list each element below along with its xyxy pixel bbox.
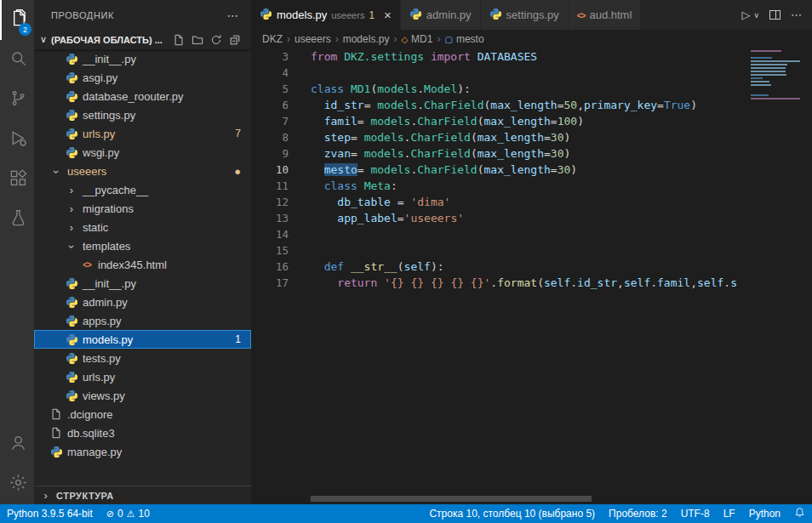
horizontal-scrollbar[interactable] — [311, 496, 592, 502]
outline-label: СТРУКТУРА — [56, 491, 114, 501]
html-file-icon: <> — [80, 260, 94, 270]
tab-models.py[interactable]: models.pyuseeers1× — [251, 0, 401, 30]
new-file-icon[interactable] — [173, 34, 185, 46]
sidebar-title: ПРОВОДНИК — [51, 10, 114, 20]
tree-item-admin.py[interactable]: admin.py — [34, 293, 251, 311]
tree-item-asgi.py[interactable]: asgi.py — [34, 68, 251, 87]
tree-item-useeers[interactable]: ›useeers● — [34, 162, 251, 180]
tree-item-index345.html[interactable]: <>index345.html — [34, 255, 251, 274]
code-line-17[interactable]: 17 return '{} {} {} {} {}'.format(self.i… — [251, 275, 747, 291]
code-line-5[interactable]: 5class MD1(models.Model): — [251, 81, 747, 97]
tree-item-.dcignore[interactable]: .dcignore — [34, 405, 251, 424]
breadcrumb-item-models.py[interactable]: models.py — [343, 33, 390, 45]
code-line-9[interactable]: 9 zvan= models.CharField(max_length=30) — [251, 145, 747, 162]
code-line-10[interactable]: 10 mesto= models.CharField(max_length=30… — [251, 162, 747, 178]
tree-item-manage.py[interactable]: manage.py — [34, 442, 251, 461]
code-line-6[interactable]: 6 id_str= models.CharField(max_length=50… — [251, 97, 747, 113]
tree-item-db.sqlite3[interactable]: db.sqlite3 — [34, 424, 251, 442]
tree-item-templates[interactable]: ›templates — [34, 236, 251, 255]
breadcrumb-item-mesto[interactable]: ▢mesto — [444, 33, 483, 45]
status-python-interpreter[interactable]: Python 3.9.5 64-bit — [0, 504, 100, 523]
code-line-15[interactable]: 15 — [251, 242, 747, 259]
tree-item-label: settings.py — [83, 109, 135, 122]
workspace-section-header[interactable]: ∨ (РАБОЧАЯ ОБЛАСТЬ) ... — [34, 30, 251, 49]
editor-group: models.pyuseeers1×admin.pysettings.py<>a… — [251, 0, 812, 504]
activity-account-button[interactable] — [0, 424, 34, 464]
collapse-all-icon[interactable] — [229, 34, 241, 46]
activity-testing-button[interactable] — [0, 200, 34, 240]
breadcrumb-item-DKZ[interactable]: DKZ — [262, 33, 283, 45]
status-encoding[interactable]: UTF-8 — [674, 504, 717, 523]
sidebar-more-actions-icon[interactable]: ⋯ — [226, 9, 239, 22]
status-language-mode[interactable]: Python — [742, 504, 787, 523]
tree-item-label: db.sqlite3 — [67, 427, 115, 440]
run-icon[interactable]: ▷ — [741, 9, 750, 21]
tree-item-database_roouter.py[interactable]: database_roouter.py — [34, 87, 251, 105]
code-line-12[interactable]: 12 db_table = 'dima' — [251, 194, 747, 210]
tree-item-urls.py[interactable]: urls.py — [34, 367, 251, 386]
activity-run-debug-button[interactable] — [0, 120, 34, 160]
breadcrumb-label: DKZ — [262, 33, 283, 45]
activity-explorer-button[interactable]: 2 — [0, 0, 34, 40]
minimap-line — [751, 50, 781, 52]
status-bar-left: Python 3.9.5 64-bit⊘0⚠10 — [0, 504, 157, 523]
activity-settings-button[interactable] — [0, 464, 34, 504]
new-folder-icon[interactable] — [192, 34, 203, 46]
code-line-11[interactable]: 11 class Meta: — [251, 178, 747, 194]
tree-item-models.py[interactable]: models.py1 — [34, 330, 251, 349]
breadcrumb-label: models.py — [343, 33, 390, 45]
status-notifications[interactable] — [787, 504, 812, 523]
status-problems[interactable]: ⊘0⚠10 — [100, 504, 157, 523]
settings-icon — [9, 473, 28, 496]
tree-item-settings.py[interactable]: settings.py — [34, 105, 251, 124]
code-editor[interactable]: 3from DKZ.settings import DATABASES45cla… — [251, 48, 812, 504]
breadcrumb-item-MD1[interactable]: ◇MD1 — [401, 33, 432, 45]
activity-source-control-button[interactable] — [0, 80, 34, 120]
python-file-icon — [65, 352, 78, 365]
outline-section-header[interactable]: › СТРУКТУРА — [34, 486, 251, 504]
tree-item-views.py[interactable]: views.py — [34, 386, 251, 405]
status-cursor-position[interactable]: Строка 10, столбец 10 (выбрано 5) — [422, 504, 602, 523]
chevron-down-icon: ∨ — [37, 34, 49, 45]
code-line-3[interactable]: 3from DKZ.settings import DATABASES — [251, 48, 747, 65]
more-actions-icon[interactable]: ⋯ — [791, 9, 802, 21]
code-line-13[interactable]: 13 app_label='useeers' — [251, 210, 747, 226]
status-indentation[interactable]: Пробелов: 2 — [602, 504, 674, 523]
code-line-8[interactable]: 8 step= models.CharField(max_length=30) — [251, 129, 747, 145]
tab-label: settings.py — [506, 9, 559, 21]
run-dropdown[interactable]: ∨ — [753, 11, 759, 20]
split-editor-icon[interactable] — [769, 10, 781, 20]
tree-item-label: templates — [83, 240, 130, 253]
tree-item-migrations[interactable]: ›migrations — [34, 199, 251, 218]
tree-item-__init__.py[interactable]: __init__.py — [34, 49, 251, 68]
tree-item-urls.py[interactable]: urls.py7 — [34, 124, 251, 143]
activity-extensions-button[interactable] — [0, 160, 34, 200]
line-number: 10 — [251, 162, 289, 178]
close-icon[interactable]: × — [384, 9, 392, 21]
status-eol[interactable]: LF — [717, 504, 742, 523]
tab-settings.py[interactable]: settings.py — [481, 0, 569, 30]
tree-item-tests.py[interactable]: tests.py — [34, 349, 251, 367]
tree-item-apps.py[interactable]: apps.py — [34, 311, 251, 330]
split-editor-icon — [769, 10, 781, 20]
code-line-14[interactable]: 14 — [251, 226, 747, 242]
code-line-16[interactable]: 16 def __str__(self): — [251, 259, 747, 275]
minimap[interactable] — [751, 48, 803, 101]
tree-item-label: .dcignore — [67, 408, 112, 421]
code-area[interactable]: 3from DKZ.settings import DATABASES45cla… — [251, 48, 747, 492]
code-line-4[interactable]: 4 — [251, 65, 747, 81]
python-file-icon — [65, 128, 78, 140]
line-number: 12 — [251, 194, 289, 210]
tab-admin.py[interactable]: admin.py — [401, 0, 481, 30]
activity-search-button[interactable] — [0, 40, 34, 80]
breadcrumb-item-useeers[interactable]: useeers — [294, 33, 331, 45]
tab-aud.html[interactable]: <>aud.html — [569, 0, 642, 30]
refresh-icon[interactable] — [210, 34, 222, 46]
code-line-7[interactable]: 7 famil= models.CharField(max_length=100… — [251, 113, 747, 129]
tree-item-static[interactable]: ›static — [34, 218, 251, 236]
tree-item-__init__.py[interactable]: __init__.py — [34, 274, 251, 293]
tree-item-wsgi.py[interactable]: wsgi.py — [34, 143, 251, 162]
tree-item-__pycache__[interactable]: ›__pycache__ — [34, 180, 251, 199]
activity-bar: 2 — [0, 0, 34, 504]
python-file-icon — [65, 71, 78, 84]
